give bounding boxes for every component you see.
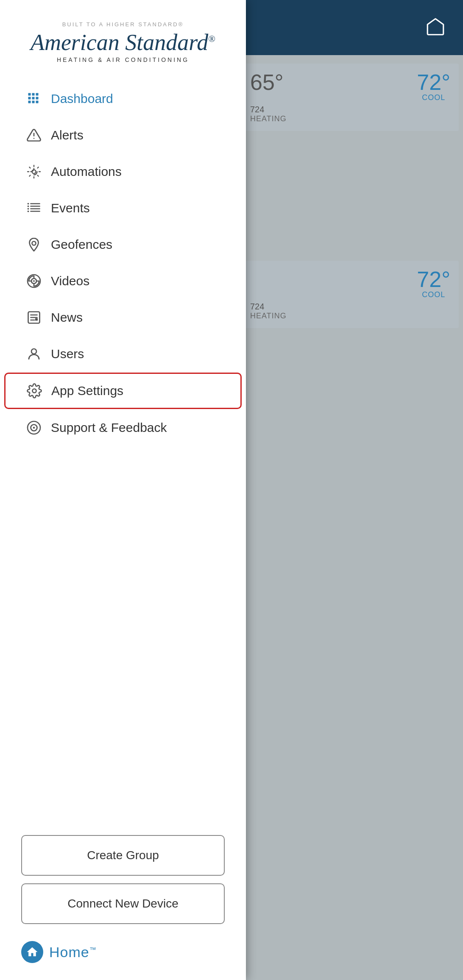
svg-rect-1	[32, 93, 35, 96]
svg-point-41	[33, 427, 35, 429]
sidebar-item-label-geofences: Geofences	[51, 237, 112, 252]
sidebar-item-label-app-settings: App Settings	[51, 384, 123, 398]
sidebar-item-geofences[interactable]: Geofences	[4, 227, 242, 262]
device-mode-1: HEATING	[250, 114, 450, 123]
gear-icon	[27, 383, 42, 398]
sidebar: BUILT TO A HIGHER STANDARD® American Sta…	[0, 0, 246, 980]
svg-rect-6	[28, 101, 31, 103]
connect-new-device-button[interactable]: Connect New Device	[21, 883, 225, 924]
svg-rect-2	[36, 93, 39, 96]
brand-logo: American Standard®	[21, 31, 225, 54]
right-panel: 65° 72° COOL 724 HEATING 72° COOL	[237, 0, 463, 980]
device-mode-2: HEATING	[250, 312, 450, 320]
device-id-1: 724	[250, 105, 450, 114]
device-id-2: 724	[250, 302, 450, 312]
sidebar-item-label-support: Support & Feedback	[51, 420, 167, 435]
sidebar-item-dashboard[interactable]: Dashboard	[4, 81, 242, 117]
sidebar-item-videos[interactable]: Videos	[4, 263, 242, 299]
sidebar-item-label-users: Users	[51, 347, 84, 361]
video-icon	[26, 273, 42, 289]
grid-icon	[26, 91, 42, 106]
device-cards: 65° 72° COOL 724 HEATING 72° COOL	[237, 55, 463, 339]
svg-rect-5	[36, 97, 39, 100]
home-nav-icon[interactable]	[425, 16, 446, 39]
geofence-icon	[26, 237, 42, 252]
news-icon	[26, 310, 42, 325]
svg-rect-7	[32, 101, 35, 103]
sidebar-item-label-videos: Videos	[51, 274, 89, 288]
device-card-1[interactable]: 65° 72° COOL 724 HEATING	[242, 64, 459, 131]
footer-home-label: Home™	[49, 944, 97, 961]
sidebar-header: BUILT TO A HIGHER STANDARD® American Sta…	[0, 0, 246, 76]
svg-rect-8	[36, 101, 39, 103]
sidebar-item-alerts[interactable]: Alerts	[4, 117, 242, 153]
set-temp-2: 72°	[417, 268, 450, 290]
sidebar-item-label-alerts: Alerts	[51, 128, 84, 142]
mode-label-1: COOL	[417, 93, 450, 102]
svg-point-38	[33, 389, 36, 393]
sidebar-item-users[interactable]: Users	[4, 336, 242, 372]
svg-rect-36	[35, 318, 38, 321]
svg-point-24	[32, 242, 36, 245]
nav-items: Dashboard Alerts	[0, 76, 246, 827]
sidebar-item-news[interactable]: News	[4, 300, 242, 335]
sidebar-item-label-automations: Automations	[51, 164, 122, 179]
sidebar-item-label-news: News	[51, 310, 83, 325]
alert-triangle-icon	[26, 128, 42, 143]
sidebar-buttons: Create Group Connect New Device	[0, 827, 246, 933]
mode-label-2: COOL	[417, 290, 450, 299]
device-card-2[interactable]: 72° COOL 724 HEATING	[242, 261, 459, 328]
brand-sub: HEATING & AIR CONDITIONING	[21, 56, 225, 63]
svg-rect-4	[32, 97, 35, 100]
sidebar-item-app-settings[interactable]: App Settings	[4, 373, 242, 409]
list-icon	[26, 200, 42, 216]
sidebar-item-events[interactable]: Events	[4, 190, 242, 226]
sidebar-footer: Home™	[0, 933, 246, 967]
svg-point-27	[33, 281, 34, 281]
sidebar-item-label-events: Events	[51, 201, 90, 215]
automations-icon	[26, 164, 42, 179]
user-icon	[26, 346, 42, 362]
set-temp-1: 72°	[417, 71, 450, 93]
support-icon	[26, 420, 42, 435]
brand-tagline: BUILT TO A HIGHER STANDARD®	[21, 21, 225, 28]
current-temp-1: 65°	[250, 71, 284, 93]
sidebar-item-automations[interactable]: Automations	[4, 154, 242, 189]
svg-point-37	[31, 349, 36, 354]
right-panel-header	[237, 0, 463, 55]
create-group-button[interactable]: Create Group	[21, 835, 225, 876]
svg-rect-3	[28, 97, 31, 100]
sidebar-item-label-dashboard: Dashboard	[51, 92, 113, 106]
footer-home-icon	[21, 941, 43, 963]
sidebar-item-support[interactable]: Support & Feedback	[4, 410, 242, 445]
svg-rect-0	[28, 93, 31, 96]
